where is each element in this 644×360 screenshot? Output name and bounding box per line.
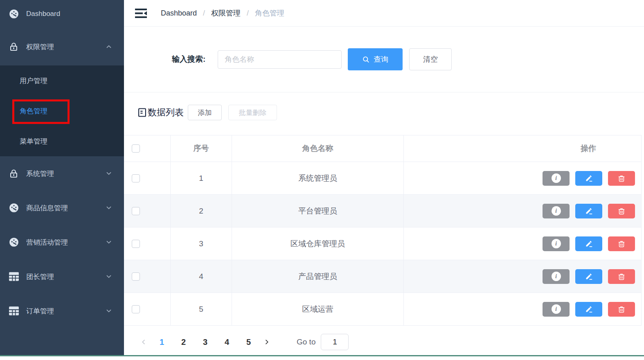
goto-page-input[interactable] [321, 334, 349, 350]
sidebar-item-order-management[interactable]: 订单管理 [0, 294, 124, 328]
info-icon: i [552, 304, 561, 314]
sidebar-item-label: 角色管理 [20, 106, 47, 116]
sidebar-item-marketing-management[interactable]: 营销活动管理 [0, 225, 124, 259]
gauge-icon [8, 9, 19, 20]
sidebar-item-dashboard[interactable]: Dashboard [0, 0, 124, 28]
table-row: 2 平台管理员 i [124, 195, 641, 227]
breadcrumb-item-role: 角色管理 [255, 8, 284, 18]
sidebar-item-system-management[interactable]: 系统管理 [0, 156, 124, 191]
table-row: 5 区域运营 i [124, 293, 641, 326]
info-icon: i [552, 239, 561, 248]
sidebar-item-label: 商品信息管理 [26, 203, 68, 213]
breadcrumb-separator: / [247, 9, 249, 18]
edit-icon [585, 239, 593, 248]
sidebar-item-product-info-management[interactable]: 商品信息管理 [0, 191, 124, 225]
info-icon: i [552, 206, 561, 216]
sidebar-item-label: 团长管理 [26, 272, 54, 281]
sidebar: Dashboard 权限管理 用户管理 角色管理 菜单管理 [0, 0, 124, 355]
bottom-accent-line [0, 355, 644, 356]
delete-button[interactable] [608, 302, 635, 317]
row-checkbox[interactable] [132, 207, 140, 215]
info-button[interactable]: i [543, 302, 570, 317]
goto-label: Go to [297, 338, 315, 346]
sidebar-submenu-permission: 用户管理 角色管理 菜单管理 [0, 65, 124, 156]
edit-button[interactable] [575, 302, 602, 317]
data-list-title: 数据列表 [138, 106, 184, 119]
header-checkbox-cell [124, 135, 171, 162]
gauge-icon [8, 237, 19, 248]
table-row: 3 区域仓库管理员 i [124, 227, 641, 260]
row-index: 1 [171, 162, 232, 194]
header-index: 序号 [171, 135, 232, 162]
search-input[interactable] [218, 50, 342, 69]
row-index: 5 [171, 293, 232, 325]
row-checkbox[interactable] [132, 174, 140, 182]
chevron-down-icon [105, 170, 113, 177]
roles-table: 序号 角色名称 操作 1 系统管理员 i 2 平台管理员 [124, 135, 642, 326]
sidebar-item-permission-management[interactable]: 权限管理 [0, 28, 124, 65]
lock-icon [8, 168, 19, 179]
edit-button[interactable] [575, 236, 602, 251]
info-button[interactable]: i [543, 171, 570, 186]
row-checkbox[interactable] [132, 240, 140, 248]
info-button[interactable]: i [543, 204, 570, 218]
sidebar-item-label: Dashboard [26, 10, 60, 18]
page-number-5[interactable]: 5 [238, 338, 259, 347]
top-bar: Dashboard / 权限管理 / 角色管理 [124, 0, 644, 27]
breadcrumb-item-permission[interactable]: 权限管理 [211, 8, 241, 18]
delete-button[interactable] [608, 171, 635, 186]
header-actions: 操作 [404, 135, 641, 162]
query-button-label: 查询 [374, 54, 388, 64]
chevron-down-icon [105, 204, 113, 212]
edit-button[interactable] [575, 204, 602, 218]
table-header-row: 序号 角色名称 操作 [124, 135, 641, 162]
edit-icon [585, 174, 593, 182]
page-number-1[interactable]: 1 [151, 338, 173, 347]
sidebar-collapse-icon[interactable] [135, 8, 148, 19]
select-all-checkbox[interactable] [132, 144, 140, 153]
sidebar-item-leader-management[interactable]: 团长管理 [0, 259, 124, 294]
chevron-up-icon [105, 43, 113, 50]
page-number-2[interactable]: 2 [173, 338, 194, 347]
query-button[interactable]: 查询 [348, 48, 403, 70]
sidebar-item-label: 权限管理 [26, 42, 54, 52]
sidebar-item-menu-management[interactable]: 菜单管理 [0, 126, 124, 156]
prev-page-icon[interactable] [136, 339, 151, 345]
sidebar-item-label: 系统管理 [26, 169, 54, 178]
page-number-4[interactable]: 4 [216, 338, 238, 347]
add-button[interactable]: 添加 [188, 105, 222, 120]
batch-delete-button[interactable]: 批量删除 [228, 105, 277, 120]
clear-button[interactable]: 清空 [409, 48, 452, 70]
row-index: 4 [171, 260, 232, 292]
search-section: 输入搜索: 查询 清空 [124, 27, 644, 92]
info-button[interactable]: i [543, 269, 570, 284]
sidebar-item-user-management[interactable]: 用户管理 [0, 65, 124, 96]
delete-button[interactable] [608, 269, 635, 284]
delete-button[interactable] [608, 236, 635, 251]
trash-icon [617, 240, 626, 248]
row-index: 3 [171, 227, 232, 260]
info-icon: i [552, 173, 561, 183]
row-checkbox[interactable] [132, 272, 140, 281]
edit-button[interactable] [575, 171, 602, 186]
pagination: 1 2 3 4 5 Go to [136, 334, 644, 350]
sidebar-item-label: 营销活动管理 [26, 238, 68, 247]
row-role-name: 系统管理员 [232, 162, 404, 194]
table-row: 4 产品管理员 i [124, 260, 641, 293]
row-checkbox[interactable] [132, 305, 140, 313]
trash-icon [617, 174, 626, 182]
next-page-icon[interactable] [259, 339, 274, 345]
sidebar-item-role-management[interactable]: 角色管理 [0, 96, 124, 126]
chevron-down-icon [105, 273, 113, 280]
row-index: 2 [171, 195, 232, 227]
page-number-3[interactable]: 3 [194, 338, 216, 347]
info-button[interactable]: i [543, 236, 570, 251]
header-role-name: 角色名称 [232, 135, 404, 162]
breadcrumb-item-dashboard[interactable]: Dashboard [161, 9, 197, 18]
main-content: Dashboard / 权限管理 / 角色管理 输入搜索: 查询 清空 数据列表… [124, 0, 644, 355]
delete-button[interactable] [608, 204, 635, 218]
edit-icon [585, 272, 593, 281]
row-role-name: 区域仓库管理员 [232, 227, 404, 260]
edit-button[interactable] [575, 269, 602, 284]
sidebar-item-label: 菜单管理 [20, 137, 47, 146]
